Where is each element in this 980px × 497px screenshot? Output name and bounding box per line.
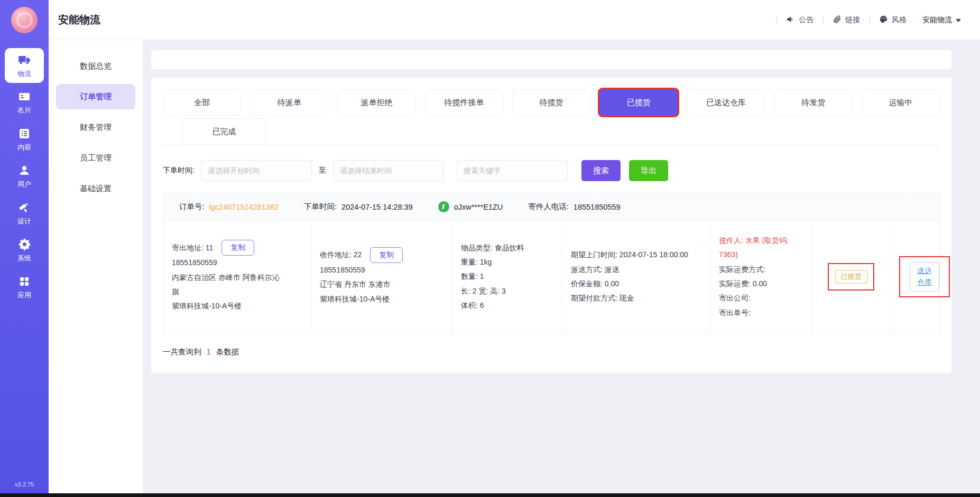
user-icon xyxy=(18,164,31,177)
tab-in-transit[interactable]: 运输中 xyxy=(862,89,940,116)
goods-volume: 体积: 6 xyxy=(461,298,553,313)
goods-type: 物品类型: 食品饮料 xyxy=(461,241,553,255)
rail-item-card[interactable]: 名片 xyxy=(5,85,44,120)
wechat-user-name: oJxw****E1ZU xyxy=(454,203,503,211)
rail-item-apps[interactable]: 应用 xyxy=(5,270,44,305)
tab-dispatch-rejected[interactable]: 派单拒绝 xyxy=(337,89,415,116)
rail-item-label: 设计 xyxy=(17,217,31,226)
announcement-link[interactable]: 公告 xyxy=(786,15,813,25)
expectation-cell: 期望上门时间: 2024-07-15 18:00:00 派送方式: 派送 价保金… xyxy=(562,221,710,333)
payment-method: 期望付款方式: 现金 xyxy=(571,291,701,305)
end-time-input[interactable] xyxy=(333,160,444,181)
goods-quantity: 数量: 1 xyxy=(461,269,553,284)
links-link[interactable]: 链接 xyxy=(833,15,860,25)
start-time-input[interactable] xyxy=(201,160,312,181)
divider: | xyxy=(868,15,871,24)
truck-icon xyxy=(17,53,31,67)
order-no-label: 订单号: xyxy=(179,202,205,212)
rail-item-system[interactable]: 系统 xyxy=(5,233,44,268)
breadcrumb-bar xyxy=(151,50,951,69)
actual-freight-method: 实际运费方式: xyxy=(719,262,803,277)
business-card-icon xyxy=(18,90,31,103)
filter-bar: 下单时间: 至 搜索 导出 xyxy=(163,160,940,181)
delivery-method: 派送方式: 派送 xyxy=(571,262,701,277)
recv-address-label: 收件地址: xyxy=(320,248,352,262)
rail-item-label: 系统 xyxy=(17,254,31,263)
rail-item-label: 用户 xyxy=(17,180,31,189)
send-detail: 紫琅科技城-10-A号楼 xyxy=(172,299,284,313)
status-tabs: 全部 待派单 派单拒绝 待揽件接单 待揽货 已揽货 已送达仓库 待发货 运输中 … xyxy=(163,89,940,145)
rail-item-user[interactable]: 用户 xyxy=(5,159,44,194)
order-time-label: 下单时间: xyxy=(304,202,337,212)
submenu-item-data-overview[interactable]: 数据总览 xyxy=(56,53,135,79)
style-link[interactable]: 风格 xyxy=(879,15,907,25)
deliver-warehouse-line2: 仓库 xyxy=(917,278,932,286)
paint-roller-icon xyxy=(18,201,31,214)
submenu-item-staff[interactable]: 员工管理 xyxy=(56,145,135,171)
expected-visit-time: 期望上门时间: 2024-07-15 18:00:00 xyxy=(571,248,701,262)
links-label: 链接 xyxy=(845,15,860,25)
rail-item-design[interactable]: 设计 xyxy=(5,196,44,231)
annotation-box-status: 已揽货 xyxy=(828,263,874,290)
copy-send-address-button[interactable]: 复制 xyxy=(221,240,254,256)
status-cell: 已揽货 xyxy=(812,221,891,333)
divider: | xyxy=(822,15,824,24)
submenu-item-finance[interactable]: 财务管理 xyxy=(56,115,135,140)
order-row: 订单号: lgc24071514281382 下单时间: 2024-07-15 … xyxy=(163,193,940,333)
bottom-strip xyxy=(0,493,980,497)
pickup-person: 揽件人: 水果 (取货码: 7363) xyxy=(719,233,803,262)
rail-item-label: 物流 xyxy=(17,69,31,79)
deliver-warehouse-button[interactable]: 送达 仓库 xyxy=(910,262,939,291)
gear-icon xyxy=(18,238,31,251)
copy-recv-address-button[interactable]: 复制 xyxy=(370,247,403,263)
send-address-label: 寄出地址: xyxy=(172,241,204,255)
tab-pending-pickup[interactable]: 待揽货 xyxy=(512,89,590,116)
result-summary: 一共查询到 1 条数据 xyxy=(163,347,940,357)
chevron-down-icon xyxy=(956,19,961,22)
tab-all[interactable]: 全部 xyxy=(163,89,241,116)
rail-item-label: 应用 xyxy=(17,290,31,300)
tab-pending-ship[interactable]: 待发货 xyxy=(774,89,853,116)
wechat-icon xyxy=(438,201,449,212)
app-logo[interactable] xyxy=(11,7,38,33)
palette-icon xyxy=(879,15,888,25)
rail-item-logistics[interactable]: 物流 xyxy=(5,48,44,83)
goods-info-cell: 物品类型: 食品饮料 重量: 1kg 数量: 1 长: 2 宽: 高: 3 体积… xyxy=(452,221,562,333)
goods-dimensions: 长: 2 宽: 高: 3 xyxy=(461,284,553,298)
goods-weight: 重量: 1kg xyxy=(461,255,553,269)
paperclip-icon xyxy=(833,15,842,25)
submenu-item-order-management[interactable]: 订单管理 xyxy=(56,84,135,109)
tab-pending-pickup-accept[interactable]: 待揽件接单 xyxy=(425,89,503,116)
account-menu[interactable]: 安能物流 xyxy=(922,15,961,25)
tab-picked-up-selected[interactable]: 已揽货 xyxy=(599,89,678,116)
recv-detail: 紫琅科技城-10-A号楼 xyxy=(320,292,443,306)
submenu-item-settings[interactable]: 基础设置 xyxy=(56,176,135,201)
order-time-value: 2024-07-15 14:28:39 xyxy=(341,203,413,211)
tab-pending-dispatch[interactable]: 待派单 xyxy=(250,89,328,116)
annotation-box-action: 送达 仓库 xyxy=(899,256,950,297)
search-button[interactable]: 搜索 xyxy=(581,160,621,181)
recv-region: 辽宁省 丹东市 东港市 xyxy=(320,277,443,292)
app-window: 物流 名片 内容 用户 设计 xyxy=(0,0,980,497)
send-address-cell: 寄出地址: 11 复制 18551850559 内蒙古自治区 赤峰市 阿鲁科尔沁… xyxy=(163,221,311,333)
to-label: 至 xyxy=(319,166,326,175)
rail-item-label: 内容 xyxy=(17,143,31,152)
keyword-input[interactable] xyxy=(457,160,568,181)
order-row-header: 订单号: lgc24071514281382 下单时间: 2024-07-15 … xyxy=(163,193,939,221)
account-label: 安能物流 xyxy=(922,15,952,25)
rail-item-content[interactable]: 内容 xyxy=(5,122,44,157)
actual-freight: 实际运费: 0.00 xyxy=(719,277,803,291)
main-panel: 全部 待派单 派单拒绝 待揽件接单 待揽货 已揽货 已送达仓库 待发货 运输中 … xyxy=(143,40,980,497)
summary-suffix: 条数据 xyxy=(216,348,239,356)
content-list-icon xyxy=(18,127,31,140)
page-title: 安能物流 xyxy=(58,13,100,27)
order-no-value[interactable]: lgc24071514281382 xyxy=(209,203,279,211)
pickup-info-cell: 揽件人: 水果 (取货码: 7363) 实际运费方式: 实际运费: 0.00 寄… xyxy=(710,221,812,333)
tab-completed[interactable]: 已完成 xyxy=(182,118,266,145)
tab-arrived-warehouse[interactable]: 已送达仓库 xyxy=(687,89,765,116)
order-time-label: 下单时间: xyxy=(163,166,195,175)
deliver-warehouse-line1: 送达 xyxy=(917,266,932,275)
status-badge[interactable]: 已揽货 xyxy=(835,270,867,284)
export-button[interactable]: 导出 xyxy=(629,160,668,181)
style-label: 风格 xyxy=(892,15,907,25)
